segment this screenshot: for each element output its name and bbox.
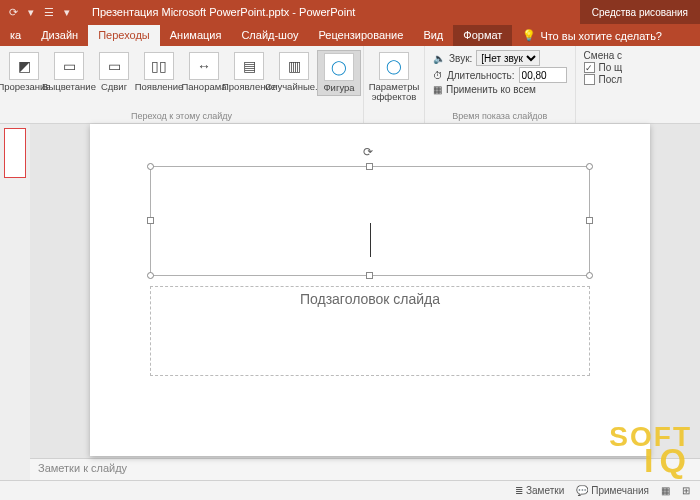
- sound-select[interactable]: [Нет звука]: [476, 50, 540, 66]
- notes-pane[interactable]: Заметки к слайду: [30, 458, 700, 480]
- tab-review[interactable]: Рецензирование: [308, 25, 413, 46]
- apply-all-button[interactable]: ▦Применить ко всем: [433, 84, 536, 95]
- subtitle-placeholder[interactable]: Подзаголовок слайда: [150, 286, 590, 376]
- resize-handle[interactable]: [586, 163, 593, 170]
- cut-icon: [9, 52, 39, 80]
- transition-random[interactable]: Случайные...: [272, 50, 316, 94]
- view-normal-icon[interactable]: ▦: [661, 485, 670, 496]
- wipe-icon: [144, 52, 174, 80]
- transition-cut[interactable]: Прорезание: [2, 50, 46, 94]
- tab-format[interactable]: Формат: [453, 25, 512, 46]
- slide[interactable]: ⟳ Подзаголовок слайда: [90, 124, 650, 456]
- sound-label: Звук:: [449, 53, 472, 64]
- transition-push[interactable]: Сдвиг: [92, 50, 136, 94]
- rotate-handle-icon[interactable]: ⟳: [363, 145, 373, 159]
- transition-wipe[interactable]: Появление: [137, 50, 181, 94]
- transition-shape[interactable]: Фигура: [317, 50, 361, 96]
- transition-panorama[interactable]: Панорама: [182, 50, 226, 94]
- thumbnail-panel[interactable]: [0, 124, 30, 480]
- workspace: ⟳ Подзаголовок слайда Заметки к: [0, 124, 700, 480]
- slide-canvas[interactable]: ⟳ Подзаголовок слайда: [30, 124, 700, 458]
- transition-fade[interactable]: Выцветание: [47, 50, 91, 94]
- resize-handle[interactable]: [586, 217, 593, 224]
- touch-mode-icon[interactable]: ☰: [42, 5, 56, 19]
- notes-toggle[interactable]: ≣Заметки: [515, 485, 564, 496]
- view-sorter-icon[interactable]: ⊞: [682, 485, 690, 496]
- comments-toggle[interactable]: 💬Примечания: [576, 485, 649, 496]
- contextual-tab-group: Средства рисования: [580, 0, 700, 24]
- window-title: Презентация Microsoft PowerPoint.pptx - …: [80, 6, 580, 18]
- title-bar: ⟳ ▾ ☰ ▾ Презентация Microsoft PowerPoint…: [0, 0, 700, 24]
- tab-animation[interactable]: Анимация: [160, 25, 232, 46]
- title-placeholder[interactable]: ⟳: [150, 166, 590, 276]
- caret-down-icon[interactable]: ▾: [24, 5, 38, 19]
- advance-label: Смена с: [584, 50, 623, 61]
- duration-label: Длительность:: [447, 70, 515, 81]
- resize-handle[interactable]: [147, 163, 154, 170]
- tab-slideshow[interactable]: Слайд-шоу: [231, 25, 308, 46]
- resize-handle[interactable]: [147, 217, 154, 224]
- notes-placeholder-text: Заметки к слайду: [38, 462, 127, 474]
- advance-controls: Смена с ✓По щ Посл: [578, 46, 629, 111]
- apply-all-icon: ▦: [433, 84, 442, 95]
- autosave-icon[interactable]: ⟳: [6, 5, 20, 19]
- random-icon: [279, 52, 309, 80]
- after-checkbox[interactable]: [584, 74, 595, 85]
- group-label-timing: Время показа слайдов: [427, 111, 573, 123]
- tell-me[interactable]: 💡 Что вы хотите сделать?: [512, 25, 672, 46]
- slide-area: ⟳ Подзаголовок слайда Заметки к: [30, 124, 700, 480]
- timing-controls: 🔈Звук: [Нет звука] ⏱Длительность: ▦Приме…: [427, 46, 573, 111]
- status-bar: ≣Заметки 💬Примечания ▦ ⊞: [0, 480, 700, 500]
- ribbon-tabs: ка Дизайн Переходы Анимация Слайд-шоу Ре…: [0, 24, 700, 46]
- subtitle-placeholder-text: Подзаголовок слайда: [151, 287, 589, 307]
- resize-handle[interactable]: [586, 272, 593, 279]
- slide-thumbnail-1[interactable]: [4, 128, 26, 178]
- on-click-checkbox[interactable]: ✓: [584, 62, 595, 73]
- panorama-icon: [189, 52, 219, 80]
- ribbon: Прорезание Выцветание Сдвиг Появление Па…: [0, 46, 700, 124]
- resize-handle[interactable]: [366, 272, 373, 279]
- fade-icon: [54, 52, 84, 80]
- effect-options-button[interactable]: Параметры эффектов: [366, 50, 422, 105]
- sound-icon: 🔈: [433, 53, 445, 64]
- text-cursor: [370, 223, 371, 257]
- notes-icon: ≣: [515, 485, 523, 496]
- tab-view[interactable]: Вид: [413, 25, 453, 46]
- qat-more-icon[interactable]: ▾: [60, 5, 74, 19]
- tab-transitions[interactable]: Переходы: [88, 25, 160, 46]
- resize-handle[interactable]: [147, 272, 154, 279]
- tab-design[interactable]: Дизайн: [31, 25, 88, 46]
- effect-options-icon: [379, 52, 409, 80]
- lightbulb-icon: 💡: [522, 29, 536, 42]
- tab-home[interactable]: ка: [0, 25, 31, 46]
- tell-me-label: Что вы хотите сделать?: [540, 30, 662, 42]
- reveal-icon: [234, 52, 264, 80]
- duration-input[interactable]: [519, 67, 567, 83]
- resize-handle[interactable]: [366, 163, 373, 170]
- group-label-transition: Переход к этому слайду: [2, 111, 361, 123]
- quick-access-toolbar: ⟳ ▾ ☰ ▾: [0, 5, 80, 19]
- clock-icon: ⏱: [433, 70, 443, 81]
- push-icon: [99, 52, 129, 80]
- comments-icon: 💬: [576, 485, 588, 496]
- shape-icon: [324, 53, 354, 81]
